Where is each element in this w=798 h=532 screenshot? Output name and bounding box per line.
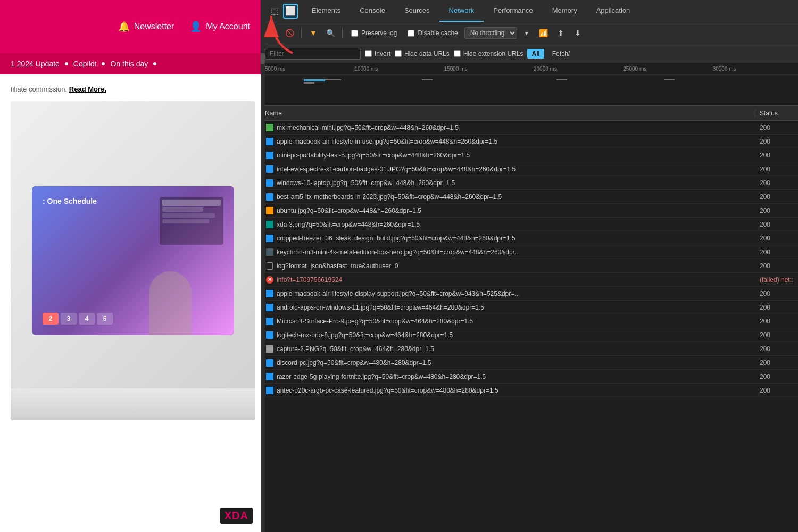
row-status: 200 [755, 124, 798, 131]
search-btn[interactable]: 🔍 [323, 26, 338, 40]
row-icon [265, 372, 275, 381]
timeline-area[interactable]: 5000 ms 10000 ms 15000 ms 20000 ms 25000… [261, 63, 798, 106]
table-row[interactable]: android-apps-on-windows-11.jpg?q=50&fit=… [261, 301, 798, 314]
network-table-header: Name Status [261, 106, 798, 121]
schedule-text: : One Schedule [43, 197, 97, 205]
breadcrumb: 1 2024 Update Copilot On this day [0, 53, 261, 74]
row-status: 200 [755, 179, 798, 187]
row-name: windows-10-laptop.jpg?q=50&fit=crop&w=44… [277, 179, 755, 187]
row-icon [265, 123, 275, 132]
throttle-dropdown-btn[interactable]: ▼ [519, 26, 534, 40]
table-row[interactable]: log?format=json&hasfast=true&authuser=0 … [261, 259, 798, 273]
cal-num-1: 2 [43, 313, 59, 325]
row-icon [265, 261, 275, 271]
wifi-icon-btn[interactable]: 📶 [536, 26, 551, 40]
img-icon [266, 152, 273, 159]
tab-console[interactable]: Console [350, 0, 395, 22]
table-row[interactable]: logitech-mx-brio-8.jpg?q=50&fit=crop&w=4… [261, 328, 798, 342]
row-icon [265, 386, 275, 395]
website-panel: 🔔 Newsletter 👤 My Account 1 2024 Update … [0, 0, 261, 532]
row-status: 200 [755, 345, 798, 353]
tab-elements[interactable]: Elements [302, 0, 350, 22]
timeline-bar-3 [325, 79, 341, 80]
myaccount-nav[interactable]: 👤 My Account [190, 21, 250, 32]
tab-network[interactable]: Network [439, 0, 484, 22]
preserve-log-checkbox[interactable] [351, 30, 358, 37]
invert-checkbox[interactable] [365, 50, 372, 57]
breadcrumb-item-1[interactable]: 1 2024 Update [11, 60, 60, 68]
devtools-scrollbar-left[interactable] [261, 0, 265, 532]
clear-btn[interactable]: 🚫 [282, 26, 297, 40]
row-status: 200 [755, 290, 798, 297]
cal-num-2: 3 [61, 313, 77, 325]
row-status: 200 [755, 152, 798, 159]
breadcrumb-item-2[interactable]: Copilot [73, 60, 97, 68]
hide-extension-group: Hide extension URLs [454, 50, 523, 57]
table-row[interactable]: discord-pc.jpg?q=50&fit=crop&w=480&h=280… [261, 356, 798, 370]
row-status: 200 [755, 138, 798, 145]
img-icon [266, 193, 273, 201]
throttle-select[interactable]: No throttling [464, 27, 517, 39]
table-row[interactable]: apple-macbook-air-lifestyle-display-supp… [261, 287, 798, 301]
hide-data-urls-checkbox[interactable] [395, 50, 402, 57]
row-name: discord-pc.jpg?q=50&fit=crop&w=480&h=280… [277, 359, 755, 367]
filter-input[interactable] [265, 48, 361, 60]
disable-cache-checkbox[interactable] [408, 30, 414, 37]
tab-memory[interactable]: Memory [543, 0, 587, 22]
filter-btn[interactable]: ▼ [306, 26, 321, 40]
filter-all-btn[interactable]: All [527, 49, 544, 59]
download-icon-btn[interactable]: ⬇ [570, 26, 585, 40]
table-row[interactable]: mini-pc-portability-test-5.jpg?q=50&fit=… [261, 148, 798, 162]
img-icon [266, 138, 273, 145]
filter-fetch-btn[interactable]: Fetch/ [548, 48, 573, 59]
table-row[interactable]: Microsoft-Surface-Pro-9.jpeg?q=50&fit=cr… [261, 314, 798, 328]
img-icon [266, 373, 273, 380]
col-name-header: Name [261, 110, 755, 117]
row-status: 200 [755, 221, 798, 228]
table-row[interactable]: mx-mechanical-mini.jpg?q=50&fit=crop&w=4… [261, 121, 798, 135]
breadcrumb-separator-1 [65, 62, 68, 65]
site-header: 🔔 Newsletter 👤 My Account [0, 0, 261, 53]
calendar-grid: 2 3 4 5 [43, 313, 113, 325]
row-icon [265, 330, 275, 340]
table-row[interactable]: keychron-m3-mini-4k-metal-edition-box-he… [261, 245, 798, 259]
tab-performance[interactable]: Performance [484, 0, 542, 22]
table-row[interactable]: xda-3.png?q=50&fit=crop&w=448&h=260&dpr=… [261, 218, 798, 231]
row-name: ubuntu.jpg?q=50&fit=crop&w=448&h=260&dpr… [277, 207, 755, 214]
newsletter-nav[interactable]: 🔔 Newsletter [118, 21, 174, 32]
table-row[interactable]: antec-p20c-argb-pc-case-featured.jpg?q=5… [261, 384, 798, 397]
devtools-screenshot-icon-btn[interactable]: ⬜ [283, 4, 298, 19]
row-icon [265, 317, 275, 326]
table-row[interactable]: intel-evo-spectre-x1-carbon-badges-01.JP… [261, 162, 798, 176]
tab-sources[interactable]: Sources [395, 0, 439, 22]
img-icon [266, 331, 273, 339]
timeline-bar-5 [556, 79, 567, 80]
row-status: (failed) net:: [755, 276, 798, 284]
read-more-link[interactable]: Read More. [69, 85, 106, 93]
table-row[interactable]: apple-macbook-air-lifestyle-in-use.jpg?q… [261, 135, 798, 148]
img-icon [266, 165, 273, 173]
hide-extension-checkbox[interactable] [454, 50, 461, 57]
tick-5: 25000 ms [619, 66, 708, 74]
devtools-cursor-icon-btn[interactable]: ⬚ [267, 4, 282, 19]
newsletter-label: Newsletter [134, 22, 174, 31]
breadcrumb-item-3[interactable]: On this day [110, 60, 148, 68]
table-row[interactable]: cropped-freezer_36_sleak_design_build.jp… [261, 231, 798, 245]
row-status: 200 [755, 165, 798, 173]
tab-application[interactable]: Application [587, 0, 640, 22]
row-status: 200 [755, 373, 798, 380]
table-row[interactable]: ubuntu.jpg?q=50&fit=crop&w=448&h=260&dpr… [261, 204, 798, 218]
devtools-tabs: ⬚ ⬜ Elements Console Sources Network Per… [261, 0, 798, 22]
row-name: best-am5-itx-motherboards-in-2023.jpg?q=… [277, 193, 755, 201]
table-row[interactable]: best-am5-itx-motherboards-in-2023.jpg?q=… [261, 190, 798, 204]
record-btn[interactable]: ⏺ [265, 26, 280, 40]
network-table[interactable]: Name Status mx-mechanical-mini.jpg?q=50&… [261, 106, 798, 532]
table-row[interactable]: capture-2.PNG?q=50&fit=crop&w=464&h=280&… [261, 342, 798, 356]
row-icon [265, 303, 275, 312]
row-status: 200 [755, 262, 798, 270]
invert-group: Invert [365, 50, 390, 57]
table-row[interactable]: razer-edge-5g-playing-fortnite.jpg?q=50&… [261, 370, 798, 384]
upload-icon-btn[interactable]: ⬆ [553, 26, 568, 40]
table-row[interactable]: ✕ info?t=1709756619524 (failed) net:: [261, 273, 798, 287]
table-row[interactable]: windows-10-laptop.jpg?q=50&fit=crop&w=44… [261, 176, 798, 190]
